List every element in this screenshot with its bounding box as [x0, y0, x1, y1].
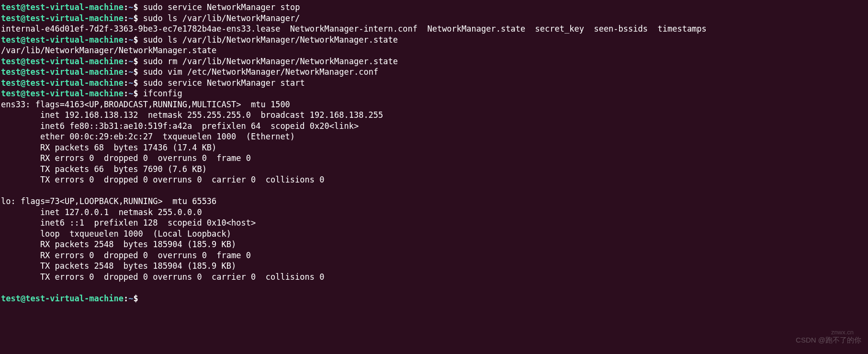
output-text: RX packets 68 bytes 17436 (17.4 KB) [1, 143, 216, 152]
terminal-line [1, 185, 867, 196]
terminal-line: test@test-virtual-machine:~$ ifconfig [1, 88, 867, 99]
prompt-dollar: $ [133, 57, 138, 66]
output-text: inet6 ::1 prefixlen 128 scopeid 0x10<hos… [1, 218, 256, 228]
command-text: sudo vim /etc/NetworkManager/NetworkMana… [138, 67, 379, 77]
command-text [138, 294, 143, 303]
prompt-path: ~ [128, 67, 133, 77]
prompt-dollar: $ [133, 89, 138, 98]
watermark-csdn: CSDN @跑不了的你 [796, 335, 861, 346]
output-text [1, 186, 6, 195]
terminal-line: test@test-virtual-machine:~$ sudo rm /va… [1, 56, 867, 67]
terminal-line: test@test-virtual-machine:~$ sudo servic… [1, 2, 867, 13]
output-text: ether 00:0c:29:eb:2c:27 txqueuelen 1000 … [1, 132, 295, 141]
prompt-dollar: $ [133, 13, 138, 23]
prompt-colon: : [124, 35, 128, 45]
terminal-line: test@test-virtual-machine:~$ sudo vim /e… [1, 67, 867, 78]
prompt-userhost: test@test-virtual-machine [1, 13, 124, 23]
terminal-line: inet 127.0.0.1 netmask 255.0.0.0 [1, 207, 867, 218]
prompt-dollar: $ [133, 78, 138, 88]
terminal-line: inet6 fe80::3b31:ae10:519f:a42a prefixle… [1, 121, 867, 132]
terminal-line: test@test-virtual-machine:~$ sudo ls /va… [1, 13, 867, 24]
command-text: sudo service NetworkManager stop [138, 2, 300, 12]
prompt-userhost: test@test-virtual-machine [1, 89, 124, 98]
terminal-line: ether 00:0c:29:eb:2c:27 txqueuelen 1000 … [1, 131, 867, 142]
output-text: lo: flags=73<UP,LOOPBACK,RUNNING> mtu 65… [1, 196, 216, 206]
prompt-userhost: test@test-virtual-machine [1, 294, 124, 303]
terminal-line: internal-e46d01ef-7d2f-3363-9be3-ec7e178… [1, 23, 867, 34]
prompt-userhost: test@test-virtual-machine [1, 35, 124, 45]
terminal-line: TX errors 0 dropped 0 overruns 0 carrier… [1, 272, 867, 283]
output-text: inet 127.0.0.1 netmask 255.0.0.0 [1, 207, 202, 217]
terminal-line [1, 282, 867, 293]
command-text: sudo rm /var/lib/NetworkManager/NetworkM… [138, 57, 398, 66]
terminal-line: test@test-virtual-machine:~$ [1, 293, 867, 304]
prompt-userhost: test@test-virtual-machine [1, 57, 124, 66]
output-text: ens33: flags=4163<UP,BROADCAST,RUNNING,M… [1, 100, 290, 109]
output-text [1, 283, 6, 292]
terminal-line: RX packets 2548 bytes 185904 (185.9 KB) [1, 239, 867, 250]
output-text: inet6 fe80::3b31:ae10:519f:a42a prefixle… [1, 121, 359, 131]
prompt-dollar: $ [133, 35, 138, 45]
output-text: /var/lib/NetworkManager/NetworkManager.s… [1, 46, 216, 55]
terminal-line: test@test-virtual-machine:~$ sudo ls /va… [1, 34, 867, 46]
terminal-line: inet 192.168.138.132 netmask 255.255.255… [1, 110, 867, 121]
prompt-colon: : [124, 89, 128, 98]
terminal-line: loop txqueuelen 1000 (Local Loopback) [1, 228, 867, 240]
terminal-line: RX errors 0 dropped 0 overruns 0 frame 0 [1, 250, 867, 261]
terminal-line: ens33: flags=4163<UP,BROADCAST,RUNNING,M… [1, 99, 867, 110]
terminal-line: TX packets 66 bytes 7690 (7.6 KB) [1, 164, 867, 175]
output-text: TX packets 66 bytes 7690 (7.6 KB) [1, 164, 207, 174]
prompt-colon: : [124, 13, 128, 23]
command-text: sudo ls /var/lib/NetworkManager/ [138, 13, 300, 23]
output-text: RX errors 0 dropped 0 overruns 0 frame 0 [1, 251, 251, 260]
terminal-line: TX errors 0 dropped 0 overruns 0 carrier… [1, 174, 867, 185]
prompt-path: ~ [128, 89, 133, 98]
output-text: RX packets 2548 bytes 185904 (185.9 KB) [1, 240, 236, 249]
terminal-line: inet6 ::1 prefixlen 128 scopeid 0x10<hos… [1, 217, 867, 228]
prompt-path: ~ [128, 57, 133, 66]
prompt-path: ~ [128, 35, 133, 45]
prompt-colon: : [124, 67, 128, 77]
prompt-colon: : [124, 78, 128, 88]
terminal-line: lo: flags=73<UP,LOOPBACK,RUNNING> mtu 65… [1, 196, 867, 207]
prompt-dollar: $ [133, 294, 138, 303]
prompt-userhost: test@test-virtual-machine [1, 78, 124, 88]
output-text: TX packets 2548 bytes 185904 (185.9 KB) [1, 261, 236, 271]
output-text: loop txqueuelen 1000 (Local Loopback) [1, 229, 231, 239]
prompt-colon: : [124, 294, 128, 303]
output-text: TX errors 0 dropped 0 overruns 0 carrier… [1, 272, 325, 282]
prompt-path: ~ [128, 13, 133, 23]
command-text: ifconfig [138, 89, 182, 98]
prompt-path: ~ [128, 2, 133, 12]
prompt-path: ~ [128, 78, 133, 88]
terminal-line: test@test-virtual-machine:~$ sudo servic… [1, 78, 867, 89]
output-text: internal-e46d01ef-7d2f-3363-9be3-ec7e178… [1, 24, 707, 34]
prompt-colon: : [124, 2, 128, 12]
prompt-path: ~ [128, 294, 133, 303]
terminal-line: RX packets 68 bytes 17436 (17.4 KB) [1, 142, 867, 153]
output-text: inet 192.168.138.132 netmask 255.255.255… [1, 110, 383, 120]
terminal-line: TX packets 2548 bytes 185904 (185.9 KB) [1, 261, 867, 272]
prompt-dollar: $ [133, 67, 138, 77]
prompt-userhost: test@test-virtual-machine [1, 67, 124, 77]
output-text: TX errors 0 dropped 0 overruns 0 carrier… [1, 175, 325, 184]
prompt-dollar: $ [133, 2, 138, 12]
output-text: RX errors 0 dropped 0 overruns 0 frame 0 [1, 153, 251, 163]
terminal-line: /var/lib/NetworkManager/NetworkManager.s… [1, 45, 867, 56]
terminal-output[interactable]: test@test-virtual-machine:~$ sudo servic… [1, 2, 867, 304]
terminal-line: RX errors 0 dropped 0 overruns 0 frame 0 [1, 153, 867, 164]
command-text: sudo service NetworkManager start [138, 78, 305, 88]
prompt-colon: : [124, 57, 128, 66]
command-text: sudo ls /var/lib/NetworkManager/NetworkM… [138, 35, 398, 45]
prompt-userhost: test@test-virtual-machine [1, 2, 124, 12]
